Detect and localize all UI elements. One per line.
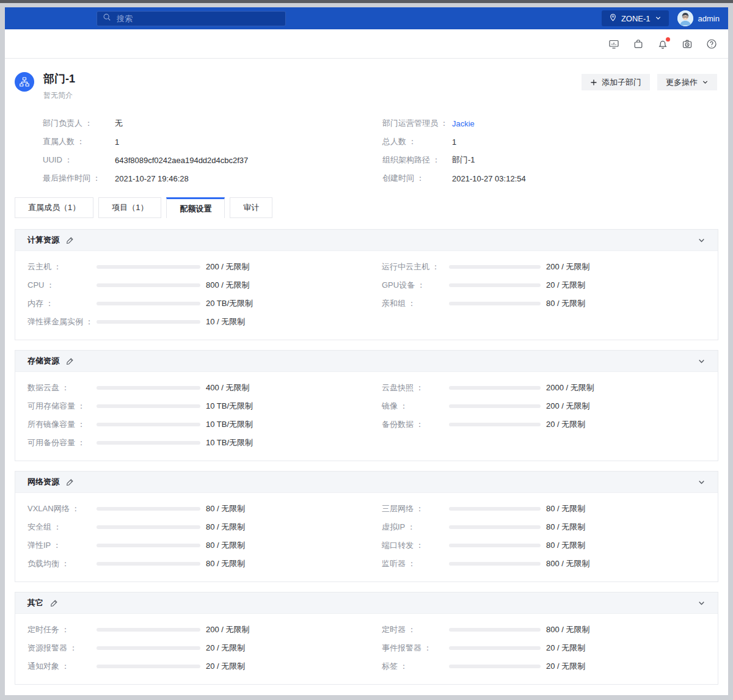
help-icon[interactable] bbox=[706, 38, 717, 49]
section-title: 存储资源 bbox=[27, 355, 59, 366]
quota-progress-bar bbox=[449, 302, 541, 305]
section-header: 存储资源 bbox=[15, 351, 718, 372]
tab[interactable]: 直属成员（1） bbox=[15, 197, 93, 218]
page-header: 部门-1 暂无简介 添加子部门 更多操作 bbox=[5, 59, 728, 188]
quota-value: 800 / 无限制 bbox=[546, 624, 590, 635]
quota-value: 80 / 无限制 bbox=[546, 540, 585, 551]
quota-value: 80 / 无限制 bbox=[546, 503, 585, 514]
quota-row: 弹性裸金属实例 ： 10 / 无限制 bbox=[27, 313, 366, 331]
add-subdepartment-button[interactable]: 添加子部门 bbox=[582, 74, 650, 90]
quota-progress-bar bbox=[97, 544, 200, 547]
search-input[interactable] bbox=[115, 13, 280, 24]
quota-progress-bar bbox=[97, 423, 200, 426]
quota-settings-panel: 计算资源 云主机 ： 200 / 无限制 bbox=[5, 229, 728, 695]
notifications-bell-icon[interactable] bbox=[657, 38, 668, 49]
edit-pencil-icon[interactable] bbox=[66, 478, 74, 486]
info-row: 部门运营管理员 ： Jackie bbox=[382, 114, 717, 133]
notification-badge bbox=[666, 37, 670, 42]
toolbox-icon[interactable] bbox=[633, 38, 644, 49]
operation-recorder-icon[interactable] bbox=[682, 38, 693, 49]
collapse-chevron-icon[interactable] bbox=[698, 236, 706, 244]
user-menu[interactable]: admin bbox=[677, 10, 720, 26]
collapse-chevron-icon[interactable] bbox=[698, 599, 706, 607]
tab[interactable]: 项目（1） bbox=[98, 197, 161, 218]
info-value: 无 bbox=[115, 118, 123, 129]
global-search[interactable] bbox=[97, 11, 286, 26]
quota-row: 内存 ： 20 TB/无限制 bbox=[27, 294, 366, 313]
zone-label: ZONE-1 bbox=[621, 14, 651, 23]
quota-progress-bar bbox=[449, 404, 541, 408]
collapse-chevron-icon[interactable] bbox=[698, 478, 706, 486]
info-value: 1 bbox=[115, 137, 119, 147]
app-window: ZONE-1 admin bbox=[5, 7, 728, 695]
quota-row: 备份数据 ： 20 / 无限制 bbox=[382, 415, 718, 434]
header-actions: 添加子部门 更多操作 bbox=[582, 74, 717, 90]
quota-label: 事件报警器 ： bbox=[382, 643, 449, 654]
section-storage-resources: 存储资源 数据云盘 ： 400 / 无限制 bbox=[15, 350, 718, 461]
plus-icon bbox=[590, 79, 597, 86]
quota-row: 弹性IP ： 80 / 无限制 bbox=[27, 536, 366, 555]
quota-label: 资源报警器 ： bbox=[27, 643, 97, 654]
quota-label: VXLAN网络 ： bbox=[27, 503, 97, 514]
quota-value: 800 / 无限制 bbox=[206, 280, 250, 291]
quota-label: 云主机 ： bbox=[27, 261, 97, 272]
quota-row: 亲和组 ： 80 / 无限制 bbox=[382, 294, 718, 313]
quota-row: 镜像 ： 200 / 无限制 bbox=[382, 397, 718, 415]
quota-row: 定时器 ： 800 / 无限制 bbox=[382, 621, 718, 639]
quota-progress-bar bbox=[449, 562, 541, 566]
info-row: 最后操作时间 ： 2021-10-27 19:46:28 bbox=[43, 169, 382, 188]
collapse-chevron-icon[interactable] bbox=[698, 357, 706, 365]
quota-value: 20 / 无限制 bbox=[206, 661, 245, 672]
quota-row: 可用存储容量 ： 10 TB/无限制 bbox=[27, 397, 366, 415]
quota-row: 所有镜像容量 ： 10 TB/无限制 bbox=[27, 415, 366, 434]
tab-label: 审计 bbox=[243, 202, 259, 213]
quota-value: 80 / 无限制 bbox=[206, 503, 245, 514]
tab[interactable]: 配额设置 bbox=[166, 197, 225, 218]
info-value: 1 bbox=[452, 137, 456, 147]
edit-pencil-icon[interactable] bbox=[66, 357, 74, 365]
quota-value: 80 / 无限制 bbox=[206, 540, 245, 551]
quota-value: 80 / 无限制 bbox=[546, 522, 585, 533]
quota-row: 运行中云主机 ： 200 / 无限制 bbox=[382, 258, 718, 276]
quota-value: 20 / 无限制 bbox=[546, 419, 585, 430]
quota-label: 备份数据 ： bbox=[382, 419, 449, 430]
quota-value: 800 / 无限制 bbox=[546, 558, 590, 569]
quota-label: 监听器 ： bbox=[382, 558, 449, 569]
page-subtitle: 暂无简介 bbox=[43, 90, 75, 101]
quota-progress-bar bbox=[97, 302, 200, 305]
quota-row: 标签 ： 20 / 无限制 bbox=[382, 657, 718, 676]
zone-selector[interactable]: ZONE-1 bbox=[602, 10, 669, 26]
tab[interactable]: 审计 bbox=[230, 197, 272, 218]
quota-progress-bar bbox=[97, 441, 200, 445]
quota-value: 200 / 无限制 bbox=[546, 401, 590, 412]
quota-label: 通知对象 ： bbox=[27, 661, 97, 672]
quota-label: 定时任务 ： bbox=[27, 624, 97, 635]
quota-row: 通知对象 ： 20 / 无限制 bbox=[27, 657, 366, 676]
quota-row: 云主机 ： 200 / 无限制 bbox=[27, 258, 366, 276]
quota-progress-bar bbox=[97, 507, 200, 511]
info-value[interactable]: Jackie bbox=[452, 119, 475, 128]
quota-row: 端口转发 ： 80 / 无限制 bbox=[382, 536, 718, 555]
quota-row: 数据云盘 ： 400 / 无限制 bbox=[27, 379, 366, 397]
quota-label: 云盘快照 ： bbox=[382, 382, 449, 393]
quota-value: 80 / 无限制 bbox=[206, 558, 245, 569]
edit-pencil-icon[interactable] bbox=[50, 599, 58, 607]
quota-progress-bar bbox=[97, 404, 200, 408]
edit-pencil-icon[interactable] bbox=[66, 236, 74, 244]
quota-row: 安全组 ： 80 / 无限制 bbox=[27, 518, 366, 536]
quota-label: 可用备份容量 ： bbox=[27, 437, 97, 448]
quota-label: 虚拟IP ： bbox=[382, 522, 449, 533]
quota-progress-bar bbox=[449, 507, 541, 511]
quota-progress-bar bbox=[449, 283, 541, 287]
quota-label: 亲和组 ： bbox=[382, 298, 449, 309]
info-value: 643f8089cf0242aea194dd2d4cbc2f37 bbox=[115, 156, 248, 165]
quota-row: CPU ： 800 / 无限制 bbox=[27, 276, 366, 294]
quota-value: 200 / 无限制 bbox=[546, 261, 590, 272]
dashboard-monitor-icon[interactable] bbox=[608, 38, 619, 49]
quota-progress-bar bbox=[449, 386, 541, 390]
quota-label: CPU ： bbox=[27, 280, 97, 291]
quota-row: VXLAN网络 ： 80 / 无限制 bbox=[27, 500, 366, 518]
topbar: ZONE-1 admin bbox=[5, 7, 728, 29]
section-compute-resources: 计算资源 云主机 ： 200 / 无限制 bbox=[15, 229, 718, 340]
more-actions-button[interactable]: 更多操作 bbox=[657, 74, 717, 90]
